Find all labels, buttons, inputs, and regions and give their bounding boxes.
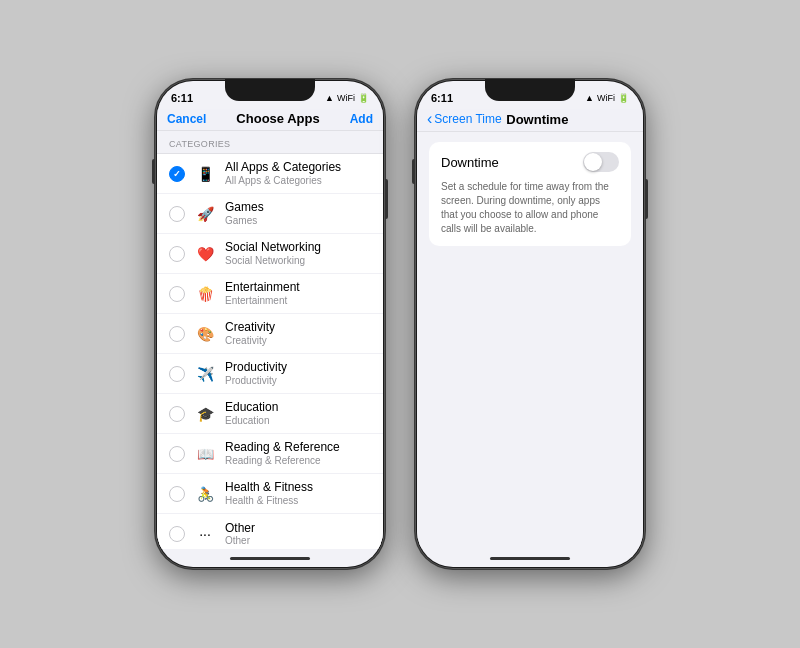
- right-signal-icon: ▲: [585, 93, 594, 103]
- page-title: Choose Apps: [236, 111, 319, 126]
- notch-right: [485, 79, 575, 101]
- checkbox-creativity: [169, 326, 185, 342]
- item-sub-social: Social Networking: [225, 255, 371, 267]
- left-phone-screen: 6:11 ▲ WiFi 🔋 Cancel Choose Apps Add CAT…: [157, 81, 383, 567]
- item-sub-reading: Reading & Reference: [225, 455, 371, 467]
- list-item-other[interactable]: ···OtherOther: [157, 514, 383, 549]
- right-home-bar: [490, 557, 570, 560]
- item-sub-all: All Apps & Categories: [225, 175, 371, 187]
- checkbox-social: [169, 246, 185, 262]
- icon-all: 📱: [193, 162, 217, 186]
- checkbox-entertainment: [169, 286, 185, 302]
- signal-icon: ▲: [325, 93, 334, 103]
- downtime-content-area: Downtime Set a schedule for time away fr…: [417, 132, 643, 256]
- list-item-creativity[interactable]: 🎨CreativityCreativity: [157, 314, 383, 354]
- downtime-title: Downtime: [441, 155, 499, 170]
- list-item-reading[interactable]: 📖Reading & ReferenceReading & Reference: [157, 434, 383, 474]
- wifi-icon: WiFi: [337, 93, 355, 103]
- item-name-other: Other: [225, 521, 371, 535]
- item-sub-games: Games: [225, 215, 371, 227]
- section-header: CATEGORIES: [157, 131, 383, 153]
- downtime-screen-content: Downtime Set a schedule for time away fr…: [417, 132, 643, 549]
- icon-productivity: ✈️: [193, 362, 217, 386]
- list-item-productivity[interactable]: ✈️ProductivityProductivity: [157, 354, 383, 394]
- icon-health: 🚴: [193, 482, 217, 506]
- right-nav-bar: Screen Time Downtime: [417, 109, 643, 132]
- item-name-health: Health & Fitness: [225, 480, 371, 494]
- item-sub-productivity: Productivity: [225, 375, 371, 387]
- item-name-entertainment: Entertainment: [225, 280, 371, 294]
- downtime-row: Downtime: [441, 152, 619, 172]
- list-item-all[interactable]: 📱All Apps & CategoriesAll Apps & Categor…: [157, 154, 383, 194]
- item-sub-other: Other: [225, 535, 371, 547]
- list-item-health[interactable]: 🚴Health & FitnessHealth & Fitness: [157, 474, 383, 514]
- item-name-creativity: Creativity: [225, 320, 371, 334]
- cancel-button[interactable]: Cancel: [167, 112, 206, 126]
- item-name-education: Education: [225, 400, 371, 414]
- item-name-all: All Apps & Categories: [225, 160, 371, 174]
- checkbox-reading: [169, 446, 185, 462]
- right-phone-screen: 6:11 ▲ WiFi 🔋 Screen Time Downtime: [417, 81, 643, 567]
- list-item-education[interactable]: 🎓EducationEducation: [157, 394, 383, 434]
- left-phone: 6:11 ▲ WiFi 🔋 Cancel Choose Apps Add CAT…: [155, 79, 385, 569]
- home-indicator: [157, 549, 383, 567]
- right-status-icons: ▲ WiFi 🔋: [585, 93, 629, 103]
- icon-education: 🎓: [193, 402, 217, 426]
- battery-icon: 🔋: [358, 93, 369, 103]
- icon-other: ···: [193, 522, 217, 546]
- right-battery-icon: 🔋: [618, 93, 629, 103]
- checkbox-all: [169, 166, 185, 182]
- checkbox-productivity: [169, 366, 185, 382]
- icon-entertainment: 🍿: [193, 282, 217, 306]
- screen-time-back-button[interactable]: Screen Time: [427, 111, 502, 127]
- checkbox-games: [169, 206, 185, 222]
- home-bar: [230, 557, 310, 560]
- checkbox-education: [169, 406, 185, 422]
- item-name-social: Social Networking: [225, 240, 371, 254]
- icon-reading: 📖: [193, 442, 217, 466]
- status-icons: ▲ WiFi 🔋: [325, 93, 369, 103]
- downtime-description: Set a schedule for time away from the sc…: [441, 180, 619, 236]
- downtime-toggle[interactable]: [583, 152, 619, 172]
- item-name-reading: Reading & Reference: [225, 440, 371, 454]
- right-phone: 6:11 ▲ WiFi 🔋 Screen Time Downtime: [415, 79, 645, 569]
- right-page-title: Downtime: [506, 112, 568, 127]
- item-name-productivity: Productivity: [225, 360, 371, 374]
- screen-content: CATEGORIES 📱All Apps & CategoriesAll App…: [157, 131, 383, 549]
- downtime-card: Downtime Set a schedule for time away fr…: [429, 142, 631, 246]
- item-sub-education: Education: [225, 415, 371, 427]
- item-sub-creativity: Creativity: [225, 335, 371, 347]
- status-time: 6:11: [171, 92, 193, 104]
- icon-creativity: 🎨: [193, 322, 217, 346]
- icon-games: 🚀: [193, 202, 217, 226]
- list-item-entertainment[interactable]: 🍿EntertainmentEntertainment: [157, 274, 383, 314]
- checkbox-other: [169, 526, 185, 542]
- toggle-knob: [584, 153, 602, 171]
- add-button[interactable]: Add: [350, 112, 373, 126]
- item-name-games: Games: [225, 200, 371, 214]
- item-sub-health: Health & Fitness: [225, 495, 371, 507]
- scene: 6:11 ▲ WiFi 🔋 Cancel Choose Apps Add CAT…: [0, 0, 800, 648]
- item-sub-entertainment: Entertainment: [225, 295, 371, 307]
- right-home-indicator: [417, 549, 643, 567]
- list-item-social[interactable]: ❤️Social NetworkingSocial Networking: [157, 234, 383, 274]
- nav-bar: Cancel Choose Apps Add: [157, 109, 383, 131]
- right-status-time: 6:11: [431, 92, 453, 104]
- categories-list: 📱All Apps & CategoriesAll Apps & Categor…: [157, 153, 383, 549]
- right-wifi-icon: WiFi: [597, 93, 615, 103]
- list-item-games[interactable]: 🚀GamesGames: [157, 194, 383, 234]
- icon-social: ❤️: [193, 242, 217, 266]
- notch: [225, 79, 315, 101]
- checkbox-health: [169, 486, 185, 502]
